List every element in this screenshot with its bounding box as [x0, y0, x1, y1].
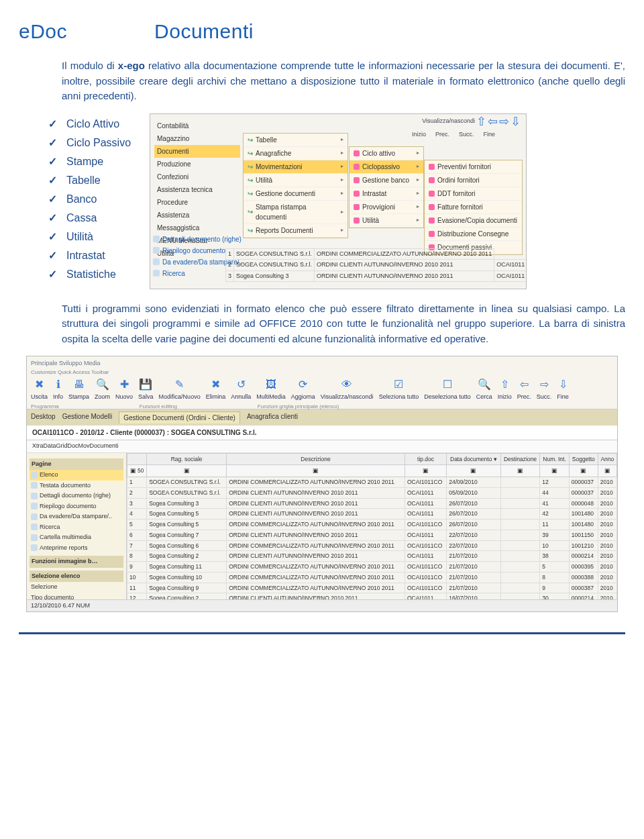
ribbon-button[interactable]: ✎Modifica/Nuovo: [159, 377, 201, 402]
column-header[interactable]: Data documento ▾: [447, 453, 500, 465]
grid-header-row[interactable]: Rag. socialeDescrizionetip.docData docum…: [127, 453, 617, 465]
submenu-3[interactable]: Preventivi fornitoriOrdini fornitoriDDT …: [424, 160, 523, 255]
ribbon-tabs[interactable]: Principale Sviluppo Media: [31, 359, 613, 368]
sidebar-item[interactable]: Ricerca: [30, 522, 123, 533]
filter-cell[interactable]: ▣: [447, 465, 500, 477]
ribbon-button[interactable]: 💾Salva: [138, 377, 154, 402]
filter-cell[interactable]: ▣: [569, 465, 598, 477]
table-row[interactable]: 5Sogea Consulting 5ORDINI COMMERCIALIZZA…: [127, 520, 617, 530]
submenu-item[interactable]: ↪Anagrafiche: [244, 147, 347, 160]
ribbon-button[interactable]: ☐Deseleziona tutto: [424, 377, 471, 402]
submenu-item[interactable]: Ciclopassivo: [350, 160, 423, 174]
submenu-item[interactable]: Provvigioni: [350, 201, 423, 214]
table-row[interactable]: 7Sogea Consulting 6ORDINI COMMERCIALIZZA…: [127, 540, 617, 551]
filter-cell[interactable]: ▣: [500, 465, 540, 477]
submenu-item[interactable]: Ciclo attivo: [350, 147, 423, 160]
ribbon-button[interactable]: ✖Elimina: [206, 377, 226, 402]
nav-succ-icon[interactable]: ⇨: [499, 117, 509, 126]
sidebar-item[interactable]: Cartella multimedia: [30, 532, 123, 543]
tab[interactable]: Desktop: [31, 411, 56, 424]
document-tabbar[interactable]: DesktopGestione ModelliGestione Document…: [27, 409, 617, 426]
ribbon-button[interactable]: ⇧Inizio: [498, 377, 512, 402]
submenu-item[interactable]: ↪Utilità: [244, 174, 347, 187]
filter-cell[interactable]: ▣ 50: [127, 465, 147, 477]
menu-item[interactable]: Assistenza: [154, 209, 240, 221]
sidebar-section-header[interactable]: Pagine: [30, 458, 123, 471]
ribbon-button[interactable]: ↺Annulla: [231, 377, 251, 402]
column-header[interactable]: Destinazione: [500, 453, 540, 465]
ribbon-button[interactable]: ⟳Aggiorna: [291, 377, 315, 402]
sidebar-item[interactable]: Dettagli documento (righe): [30, 491, 123, 501]
tab[interactable]: Gestione Modelli: [62, 411, 112, 424]
ribbon-button[interactable]: 🔍Zoom: [95, 377, 110, 402]
nav-inizio-icon[interactable]: ⇧: [476, 117, 486, 126]
filter-cell[interactable]: ▣: [540, 465, 569, 477]
ribbon-button[interactable]: ✚Nuovo: [115, 377, 133, 402]
table-row[interactable]: 11Sogea Consulting 9ORDINI COMMERCIALIZZ…: [127, 583, 617, 593]
submenu-item[interactable]: Evasione/Copia documenti: [425, 214, 522, 228]
ribbon-button[interactable]: 👁Visualizza/nascondi: [321, 377, 374, 402]
submenu-item[interactable]: Distribuzione Consegne: [425, 228, 522, 241]
sidebar-item[interactable]: Testata documento: [30, 481, 123, 491]
ribbon-button[interactable]: ✖Uscita: [31, 377, 48, 402]
visualizza-label[interactable]: Visualizza/nascondi: [422, 117, 475, 126]
table-row[interactable]: 8Sogea Consulting 2ORDINI CLIENTI AUTUNN…: [127, 551, 617, 562]
table-row[interactable]: 6Sogea Consulting 7ORDINI CLIENTI AUTUNN…: [127, 530, 617, 540]
column-header[interactable]: [127, 453, 147, 465]
submenu-item[interactable]: ↪Movimentazioni: [244, 160, 347, 174]
submenu-item[interactable]: DDT fornitori: [425, 187, 522, 201]
submenu-1[interactable]: ↪Tabelle↪Anagrafiche↪Movimentazioni↪Util…: [243, 133, 348, 238]
sidebar-item[interactable]: Elenco: [30, 470, 123, 481]
column-header[interactable]: Descrizione: [227, 453, 405, 465]
filter-cell[interactable]: ▣: [227, 465, 405, 477]
filter-cell[interactable]: ▣: [147, 465, 227, 477]
sidebar-section-header[interactable]: Selezione elenco: [30, 571, 123, 583]
column-header[interactable]: Soggetto: [569, 453, 598, 465]
menu-item[interactable]: Documenti: [154, 145, 240, 158]
filter-cell[interactable]: ▣: [405, 465, 446, 477]
ribbon-button[interactable]: ⇦Prec.: [517, 377, 531, 402]
menu-item[interactable]: Procedure: [154, 196, 240, 209]
data-grid[interactable]: Rag. socialeDescrizionetip.docData docum…: [127, 453, 617, 613]
menu-item[interactable]: Confezioni: [154, 170, 240, 183]
submenu-item[interactable]: Fatture fornitori: [425, 201, 522, 214]
grid-body[interactable]: 1SOGEA CONSULTING S.r.l.ORDINI COMMERCIA…: [127, 477, 617, 613]
menu-item[interactable]: Magazzino: [154, 132, 240, 145]
ribbon-tools[interactable]: ✖UscitaℹInfo🖶Stampa🔍Zoom✚Nuovo💾Salva✎Mod…: [31, 377, 613, 402]
submenu-item[interactable]: ↪Gestione documenti: [244, 187, 347, 201]
submenu-item[interactable]: ↪Stampa ristampa documenti: [244, 201, 347, 224]
table-row[interactable]: 9Sogea Consulting 11ORDINI COMMERCIALIZZ…: [127, 562, 617, 573]
table-row[interactable]: 4Sogea Consulting 5ORDINI CLIENTI AUTUNN…: [127, 509, 617, 520]
table-row[interactable]: 3Sogea Consulting 3ORDINI CLIENTI AUTUNN…: [127, 498, 617, 509]
submenu-item[interactable]: ↪Tabelle: [244, 134, 347, 147]
column-header[interactable]: tip.doc: [405, 453, 446, 465]
sidebar-item[interactable]: Da evadere/Da stampare/..: [30, 511, 123, 522]
column-header[interactable]: Rag. sociale: [147, 453, 227, 465]
submenu-item[interactable]: Utilità: [350, 214, 423, 228]
nav-fine-icon[interactable]: ⇩: [511, 117, 521, 126]
filter-cell[interactable]: ▣: [598, 465, 616, 477]
sidebar-item[interactable]: Anteprime reports: [30, 543, 123, 554]
ribbon-button[interactable]: 🔍Cerca: [476, 377, 492, 402]
menu-item[interactable]: Messaggistica: [154, 221, 240, 234]
ribbon-button[interactable]: ☑Seleziona tutto: [379, 377, 419, 402]
tab[interactable]: Gestione Documenti (Ordini - Cliente): [119, 411, 240, 424]
ribbon-button[interactable]: ℹInfo: [53, 377, 63, 402]
ribbon[interactable]: Principale Sviluppo Media Customize Quic…: [27, 356, 617, 409]
ribbon-button[interactable]: 🖶Stampa: [68, 377, 89, 402]
table-row[interactable]: 2SOGEA CONSULTING S.r.l.ORDINI CLIENTI A…: [127, 487, 617, 498]
submenu-item[interactable]: Gestione banco: [350, 174, 423, 187]
ribbon-button[interactable]: ⇩Fine: [557, 377, 569, 402]
menu-item[interactable]: Contabilità: [154, 119, 240, 132]
ribbon-button[interactable]: ⇨Succ.: [537, 377, 552, 402]
sidebar-section-header[interactable]: Funzioni immagine b…: [30, 556, 123, 568]
grid-filter-row[interactable]: ▣ 50▣▣▣▣▣▣▣▣: [127, 465, 617, 477]
submenu-item[interactable]: ↪Reports Documenti: [244, 224, 347, 238]
sidebar-item[interactable]: Selezione: [30, 582, 123, 593]
shortcut-link[interactable]: Dettagli documento (righe): [153, 234, 243, 245]
menu-item[interactable]: Assistenza tecnica: [154, 183, 240, 196]
tab[interactable]: Anagrafica clienti: [247, 411, 298, 424]
submenu-item[interactable]: Preventivi fornitori: [425, 160, 522, 174]
nav-prec-icon[interactable]: ⇦: [488, 117, 498, 126]
column-header[interactable]: Num. Int.: [540, 453, 569, 465]
